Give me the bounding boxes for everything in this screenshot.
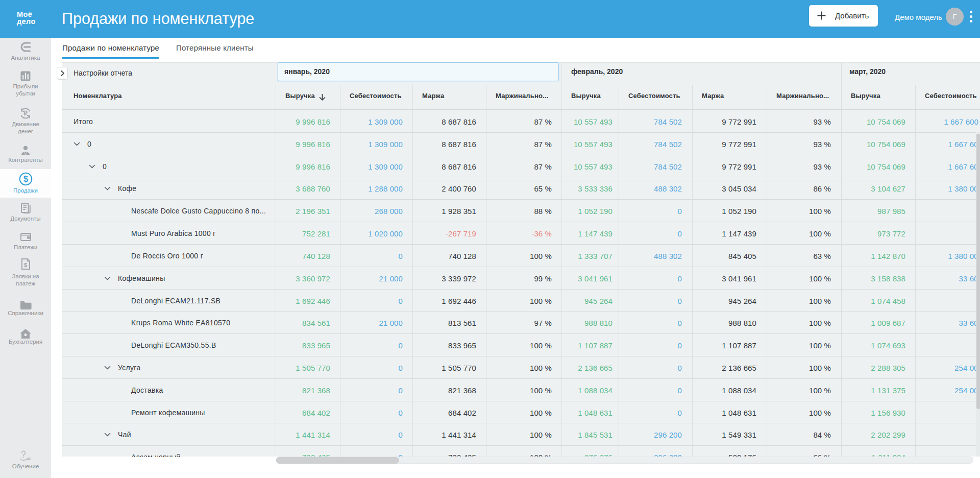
- svg-text:$: $: [23, 174, 28, 183]
- svg-text:₽: ₽: [23, 110, 28, 117]
- svg-text:$: $: [24, 262, 27, 268]
